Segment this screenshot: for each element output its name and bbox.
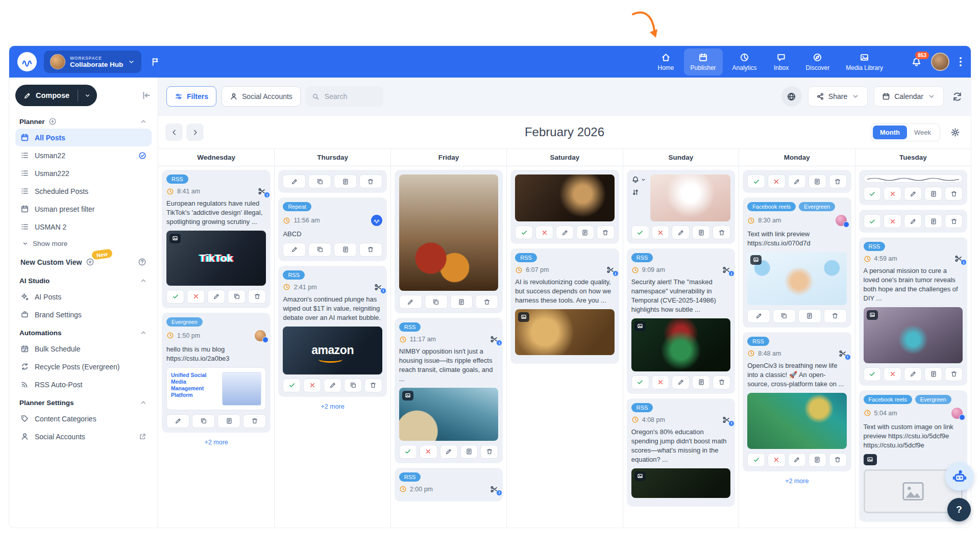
approve-post-button[interactable] <box>864 187 881 201</box>
post-card[interactable]: RSS11:17 amiNIMBY opposition isn't just … <box>395 318 503 463</box>
delete-post-button[interactable] <box>359 174 382 188</box>
refresh-icon[interactable] <box>952 91 963 102</box>
duplicate-post-button[interactable] <box>192 414 215 428</box>
reject-post-button[interactable] <box>652 375 670 389</box>
reject-post-button[interactable] <box>768 453 786 467</box>
approve-post-button[interactable] <box>283 379 301 392</box>
reject-post-button[interactable] <box>768 174 786 188</box>
preview-post-button[interactable] <box>692 226 710 239</box>
delete-post-button[interactable] <box>475 295 498 309</box>
delete-post-button[interactable] <box>243 414 266 428</box>
preview-post-button[interactable] <box>450 295 473 309</box>
compose-button[interactable]: Compose <box>15 85 97 106</box>
delete-post-button[interactable] <box>829 174 847 188</box>
post-card-partial[interactable] <box>859 170 967 205</box>
preview-post-button[interactable] <box>460 445 478 459</box>
preview-post-button[interactable] <box>692 375 710 389</box>
show-more-link[interactable]: Show more <box>15 236 152 252</box>
calendar-settings-button[interactable] <box>946 123 964 141</box>
delete-post-button[interactable] <box>945 187 963 201</box>
edit-post-button[interactable] <box>283 243 306 257</box>
preview-post-button[interactable] <box>808 453 826 467</box>
sidebar-item-usman222[interactable]: Usman222 <box>15 164 152 182</box>
post-card[interactable]: RSS6:07 pmiAI is revolutionizing code qu… <box>510 248 619 364</box>
sidebar-item-brand-settings[interactable]: Brand Settings <box>15 306 152 323</box>
approve-post-button[interactable] <box>864 214 881 228</box>
edit-post-button[interactable] <box>788 453 806 467</box>
preview-post-button[interactable] <box>576 226 594 239</box>
more-posts-link[interactable]: +2 more <box>162 437 271 449</box>
post-card-partial[interactable] <box>510 170 619 244</box>
chevron-up-icon[interactable] <box>139 117 148 126</box>
collapse-sidebar-icon[interactable] <box>141 90 152 101</box>
edit-post-button[interactable] <box>672 375 690 389</box>
sidebar-item-content-categories[interactable]: Content Categories <box>15 410 152 428</box>
post-card[interactable]: RSS4:08 pmiOregon's 80% education spendi… <box>627 398 735 507</box>
post-card[interactable]: Facebook reelsEvergreen8:30 amText with … <box>743 197 851 328</box>
user-avatar[interactable] <box>931 53 949 71</box>
post-card-partial[interactable] <box>859 210 967 233</box>
search-box[interactable] <box>306 86 383 107</box>
more-menu-icon[interactable] <box>959 56 963 67</box>
more-posts-link[interactable]: +2 more <box>278 402 386 413</box>
workspace-selector[interactable]: WORKSPACE Collaborate Hub <box>44 51 141 73</box>
nav-media-library[interactable]: Media Library <box>839 48 890 76</box>
approve-post-button[interactable] <box>631 226 649 239</box>
delete-post-button[interactable] <box>713 226 730 239</box>
edit-post-button[interactable] <box>904 214 922 228</box>
post-card[interactable]: Evergreen1:50 pmhello this is mu blog ht… <box>162 313 271 433</box>
app-logo[interactable] <box>17 52 37 71</box>
duplicate-post-button[interactable] <box>228 290 246 304</box>
next-month-button[interactable] <box>186 123 204 141</box>
sidebar-item-social-accounts[interactable]: Social Accounts <box>15 428 152 445</box>
preview-post-button[interactable] <box>334 174 357 188</box>
approve-post-button[interactable] <box>631 375 649 389</box>
reject-post-button[interactable] <box>884 187 901 201</box>
notification-bell-icon[interactable] <box>631 176 646 184</box>
duplicate-post-button[interactable] <box>308 174 331 188</box>
calendar-view-button[interactable]: Calendar <box>874 86 944 107</box>
sidebar-item-bulk-schedule[interactable]: Bulk Schedule <box>15 340 152 358</box>
reject-post-button[interactable] <box>884 214 901 228</box>
delete-post-button[interactable] <box>945 367 963 381</box>
post-card[interactable]: RSS9:09 amiSecurity alert! The "masked n… <box>627 248 735 394</box>
preview-post-button[interactable] <box>798 309 821 323</box>
nav-analytics[interactable]: Analytics <box>726 48 764 76</box>
edit-post-button[interactable] <box>747 309 770 323</box>
preview-post-button[interactable] <box>924 214 942 228</box>
delete-post-button[interactable] <box>248 290 266 304</box>
approve-post-button[interactable] <box>399 445 417 459</box>
post-card-partial[interactable] <box>627 170 735 244</box>
flag-icon[interactable] <box>151 57 160 67</box>
share-button[interactable]: Share <box>808 86 868 107</box>
chevron-up-icon[interactable] <box>139 277 148 285</box>
delete-post-button[interactable] <box>480 445 498 459</box>
duplicate-post-button[interactable] <box>773 309 796 323</box>
help-button[interactable]: ? <box>947 498 971 521</box>
edit-post-button[interactable] <box>904 187 922 201</box>
chevron-up-icon[interactable] <box>139 398 148 407</box>
sidebar-item-recycle-posts[interactable]: Recycle Posts (Evergreen) <box>15 358 152 375</box>
compose-dropdown-caret[interactable] <box>78 85 97 106</box>
more-posts-link[interactable]: +2 more <box>743 476 851 488</box>
duplicate-post-button[interactable] <box>308 243 331 257</box>
add-view-icon[interactable] <box>48 117 57 126</box>
edit-post-button[interactable] <box>440 445 458 459</box>
nav-inbox[interactable]: Inbox <box>767 48 796 76</box>
edit-post-button[interactable] <box>904 367 922 381</box>
timezone-globe-button[interactable] <box>781 86 802 107</box>
preview-post-button[interactable] <box>808 174 826 188</box>
post-card[interactable]: Repeat11:56 amABCD <box>278 197 386 261</box>
post-card[interactable]: RSS4:59 amiA personal mission to cure a … <box>859 237 967 386</box>
reject-post-button[interactable] <box>187 290 205 304</box>
edit-post-button[interactable] <box>207 290 225 304</box>
preview-post-button[interactable] <box>924 367 942 381</box>
delete-post-button[interactable] <box>364 379 382 392</box>
social-accounts-button[interactable]: Social Accounts <box>222 86 301 107</box>
delete-post-button[interactable] <box>713 375 730 389</box>
approve-post-button[interactable] <box>864 367 881 381</box>
preview-post-button[interactable] <box>217 414 240 428</box>
ai-assistant-button[interactable] <box>945 462 974 491</box>
post-card[interactable]: RSS2:41 pmiAmazon's continued plunge has… <box>278 266 386 397</box>
delete-post-button[interactable] <box>945 214 963 228</box>
